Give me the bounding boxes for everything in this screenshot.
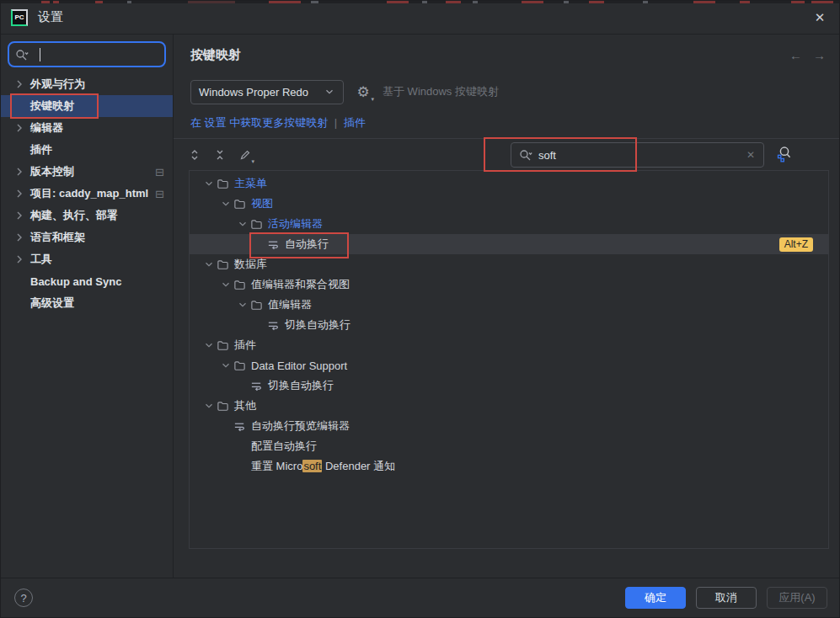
- settings-sidebar: 外观与行为 按键映射 编辑器 插件 版本: [1, 35, 174, 579]
- sidebar-item-label: 编辑器: [30, 120, 63, 136]
- chevron-right-icon[interactable]: [13, 209, 26, 222]
- ok-button[interactable]: 确定: [625, 587, 686, 609]
- tree-row-label: 配置自动换行: [251, 439, 317, 454]
- titlebar: PC 设置 ✕: [1, 1, 839, 35]
- sidebar-item-9[interactable]: Backup and Sync: [1, 270, 173, 292]
- search-icon: [14, 48, 29, 61]
- sidebar-item-4[interactable]: 版本控制 ⊟: [1, 161, 173, 183]
- chevron-down-icon[interactable]: [202, 177, 216, 190]
- tree-row[interactable]: 视图: [190, 194, 828, 214]
- close-icon[interactable]: ✕: [807, 6, 832, 29]
- gear-icon: ⚙: [356, 84, 369, 100]
- sidebar-item-1[interactable]: 按键映射: [1, 95, 173, 117]
- window-title: 设置: [38, 9, 63, 25]
- tree-row[interactable]: Data Editor Support: [190, 355, 828, 376]
- sidebar-item-8[interactable]: 工具: [1, 248, 173, 270]
- tree-row[interactable]: 值编辑器: [190, 295, 828, 315]
- tree-row-label: 自动换行: [285, 237, 329, 252]
- sidebar-item-7[interactable]: 语言和框架: [1, 226, 173, 248]
- back-icon[interactable]: ←: [789, 48, 802, 62]
- sidebar-item-label: Backup and Sync: [30, 275, 121, 288]
- get-more-keymaps-link[interactable]: 在 设置 中获取更多按键映射: [190, 116, 328, 129]
- tree-row[interactable]: 自动换行预览编辑器: [190, 416, 828, 436]
- find-by-shortcut-button[interactable]: [775, 145, 795, 165]
- tree-row[interactable]: 插件: [190, 335, 828, 355]
- chevron-right-icon[interactable]: [13, 231, 26, 244]
- chevron-right-icon[interactable]: [13, 187, 26, 200]
- window-badge-icon: ⊟: [155, 188, 164, 200]
- forward-icon[interactable]: →: [813, 48, 826, 62]
- chevron-down-icon[interactable]: [236, 217, 249, 231]
- sidebar-item-5[interactable]: 项目: caddy_map_html ⊟: [1, 183, 173, 205]
- apply-button: 应用(A): [767, 587, 827, 609]
- sidebar-item-2[interactable]: 编辑器: [1, 117, 173, 139]
- tree-row[interactable]: 切换自动换行: [190, 315, 828, 335]
- expand-all-button[interactable]: [184, 144, 206, 166]
- sidebar-item-label: 版本控制: [30, 164, 74, 179]
- tree-row-label: 主菜单: [234, 176, 267, 191]
- tree-row-label: 切换自动换行: [285, 317, 350, 333]
- sidebar-search-input[interactable]: [29, 48, 159, 61]
- tree-row[interactable]: 其他: [190, 396, 828, 416]
- caret-icon: ▾: [251, 158, 254, 165]
- keymap-toolbar: ▾ ✕: [174, 138, 839, 170]
- tree-row[interactable]: 重置 Microsoft Defender 通知: [190, 456, 828, 477]
- help-button[interactable]: ?: [14, 589, 33, 607]
- tree-row[interactable]: 切换自动换行: [190, 376, 828, 396]
- chevron-right-icon[interactable]: [13, 253, 26, 266]
- keymap-pane: 按键映射 ← → Windows Proper Redo ⚙ ▾: [174, 35, 839, 579]
- sidebar-item-label: 语言和框架: [30, 230, 85, 245]
- based-on-label: 基于 Windows 按键映射: [383, 84, 499, 99]
- tree-row-label: 值编辑器和聚合视图: [251, 277, 350, 292]
- sidebar-item-10[interactable]: 高级设置: [1, 292, 173, 314]
- scheme-gear-button[interactable]: ⚙ ▾: [354, 83, 372, 101]
- keymap-search-input[interactable]: [538, 149, 740, 162]
- keymap-scheme-select[interactable]: Windows Proper Redo: [190, 80, 344, 104]
- tree-row-label: 其他: [234, 398, 256, 413]
- plugins-link[interactable]: 插件: [344, 116, 366, 129]
- shortcut-badge: Alt+Z: [779, 237, 813, 252]
- chevron-right-icon[interactable]: [13, 121, 26, 135]
- keymap-search-box[interactable]: ✕: [511, 142, 764, 168]
- clear-search-icon[interactable]: ✕: [745, 149, 757, 161]
- sidebar-item-6[interactable]: 构建、执行、部署: [1, 205, 173, 226]
- collapse-all-button[interactable]: [209, 144, 231, 166]
- folder-icon: [249, 298, 263, 312]
- soft-wrap-icon: [266, 237, 280, 251]
- sidebar-item-label: 构建、执行、部署: [30, 208, 118, 223]
- sidebar-item-0[interactable]: 外观与行为: [1, 73, 173, 95]
- folder-icon: [216, 177, 229, 190]
- tree-row-label: Data Editor Support: [251, 360, 347, 372]
- chevron-down-icon[interactable]: [202, 338, 216, 352]
- sidebar-nav: 外观与行为 按键映射 编辑器 插件 版本: [1, 73, 173, 314]
- chevron-down-icon[interactable]: [202, 258, 216, 271]
- search-match-highlight: soft: [302, 460, 322, 472]
- tree-row-label: 自动换行预览编辑器: [251, 418, 350, 434]
- chevron-down-icon: [324, 86, 335, 98]
- tree-row[interactable]: 数据库: [190, 254, 828, 274]
- soft-wrap-icon: [233, 419, 246, 433]
- tree-row[interactable]: 活动编辑器: [190, 214, 828, 234]
- tree-row-label: 插件: [234, 338, 256, 353]
- pycharm-logo-icon: PC: [11, 9, 28, 26]
- tree-row-label: 视图: [251, 196, 273, 211]
- cancel-button[interactable]: 取消: [696, 587, 757, 609]
- tree-row[interactable]: 配置自动换行: [190, 436, 828, 456]
- settings-dialog: PC 设置 ✕ 外观与行为: [0, 0, 840, 618]
- folder-icon: [216, 258, 229, 271]
- chevron-right-icon[interactable]: [13, 77, 26, 91]
- chevron-down-icon[interactable]: [219, 197, 233, 210]
- tree-row[interactable]: 值编辑器和聚合视图: [190, 274, 828, 295]
- tree-row[interactable]: 自动换行 Alt+Z: [190, 234, 828, 254]
- chevron-down-icon[interactable]: [236, 298, 249, 312]
- chevron-down-icon[interactable]: [219, 359, 233, 372]
- tree-row[interactable]: 主菜单: [190, 173, 828, 194]
- help-icon: ?: [20, 592, 26, 605]
- sidebar-item-3[interactable]: 插件: [1, 139, 173, 161]
- chevron-down-icon[interactable]: [202, 399, 216, 413]
- chevron-down-icon[interactable]: [219, 278, 233, 291]
- sidebar-search-box[interactable]: [8, 41, 166, 67]
- edit-shortcut-button[interactable]: ▾: [234, 144, 256, 166]
- search-icon: [518, 148, 533, 162]
- chevron-right-icon[interactable]: [13, 165, 26, 178]
